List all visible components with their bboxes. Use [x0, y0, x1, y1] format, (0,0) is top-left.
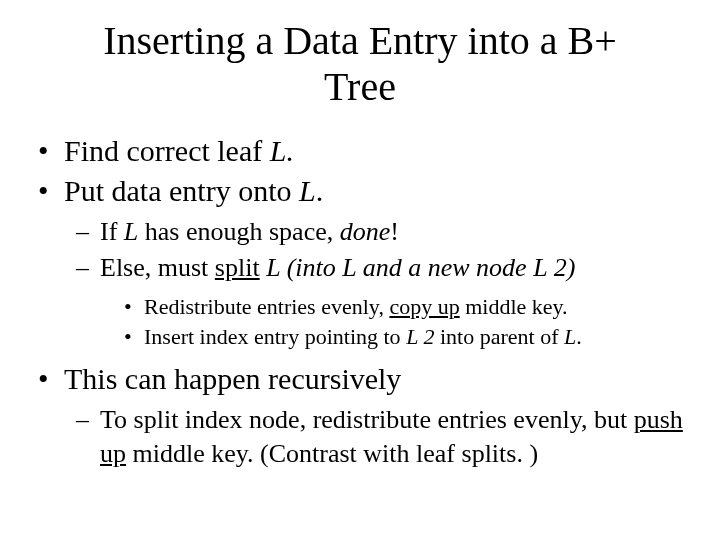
text: has enough space, — [138, 217, 339, 246]
underline-copy-up: copy up — [389, 294, 459, 319]
text: Redistribute entries evenly, — [144, 294, 389, 319]
sub-if-space: If L has enough space, done! — [74, 215, 686, 249]
text: into parent of — [434, 324, 564, 349]
italic-L: L — [124, 217, 138, 246]
subsub-list: Redistribute entries evenly, copy up mid… — [100, 293, 686, 352]
italic-tail: L (into L and a new node L 2) — [260, 253, 576, 282]
subsub-insert-index: Insert index entry pointing to L 2 into … — [122, 323, 686, 352]
slide-title: Inserting a Data Entry into a B+ Tree — [74, 18, 646, 110]
text: To split index node, redistribute entrie… — [100, 405, 634, 434]
text: This can happen recursively — [64, 362, 401, 395]
sub-split-index: To split index node, redistribute entrie… — [74, 403, 686, 471]
bullet-put-entry: Put data entry onto L. If L has enough s… — [34, 172, 686, 352]
subsub-redistribute: Redistribute entries evenly, copy up mid… — [122, 293, 686, 322]
bullet-find-leaf: Find correct leaf L. — [34, 132, 686, 170]
italic-L: L — [564, 324, 576, 349]
text: Insert index entry pointing to — [144, 324, 406, 349]
italic-L2: L 2 — [406, 324, 434, 349]
text: Put data entry onto — [64, 174, 299, 207]
sub-list: To split index node, redistribute entrie… — [64, 403, 686, 471]
underline-split: split — [215, 253, 260, 282]
italic-done: done — [340, 217, 391, 246]
sub-list: If L has enough space, done! Else, must … — [64, 215, 686, 352]
bullet-list: Find correct leaf L. Put data entry onto… — [34, 132, 686, 471]
text: Find correct leaf — [64, 134, 270, 167]
text: middle key. (Contrast with leaf splits. … — [126, 439, 538, 468]
text: If — [100, 217, 124, 246]
slide: Inserting a Data Entry into a B+ Tree Fi… — [0, 0, 720, 540]
text: . — [576, 324, 582, 349]
text: ! — [390, 217, 399, 246]
text: Else, must — [100, 253, 215, 282]
bullet-recursive: This can happen recursively To split ind… — [34, 360, 686, 471]
text: . — [316, 174, 324, 207]
italic-L: L — [299, 174, 316, 207]
sub-else-split: Else, must split L (into L and a new nod… — [74, 251, 686, 352]
italic-L: L. — [270, 134, 294, 167]
text: middle key. — [460, 294, 568, 319]
